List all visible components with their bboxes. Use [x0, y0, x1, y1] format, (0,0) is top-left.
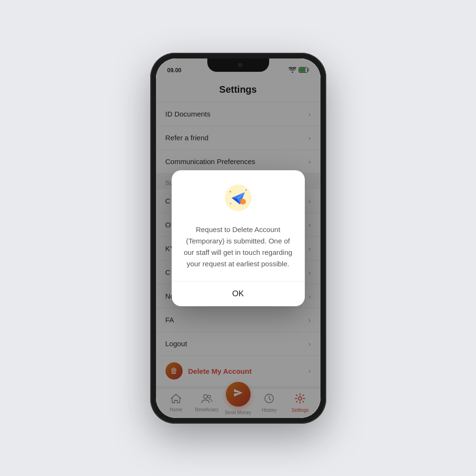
modal-overlay: ✦ ✦ · ✦ Request to Delete Account (Tempo… — [156, 58, 321, 418]
phone-screen: 09.00 — [156, 58, 321, 418]
svg-text:✦: ✦ — [229, 190, 232, 194]
svg-point-11 — [240, 199, 244, 203]
modal-icon: ✦ ✦ · ✦ — [183, 185, 293, 216]
phone-frame: 09.00 — [150, 53, 326, 424]
modal-dialog: ✦ ✦ · ✦ Request to Delete Account (Tempo… — [172, 170, 305, 306]
svg-text:✦: ✦ — [245, 189, 247, 192]
svg-text:✦: ✦ — [230, 202, 232, 205]
modal-message: Request to Delete Account (Temporary) is… — [183, 224, 293, 270]
modal-ok-button[interactable]: OK — [183, 282, 293, 306]
